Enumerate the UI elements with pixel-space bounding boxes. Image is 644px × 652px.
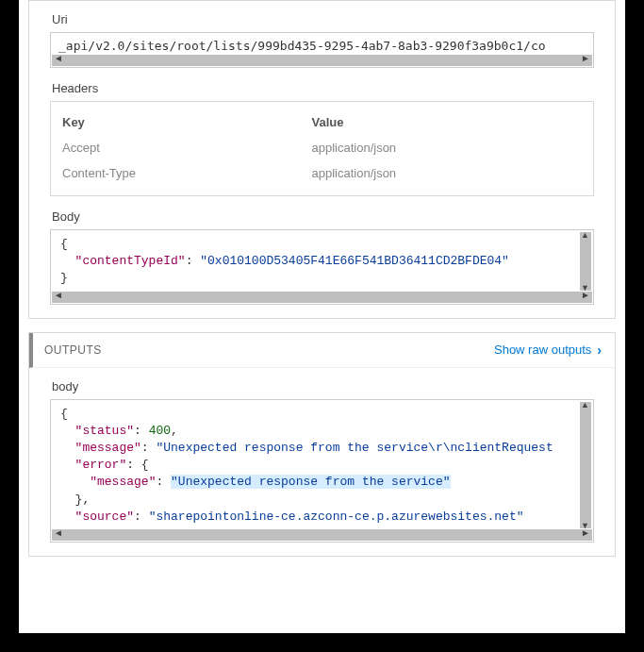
request-body-box[interactable]: { "contentTypeId": "0x010100D53405F41E66… (50, 229, 594, 305)
outputs-card: OUTPUTS Show raw outputs › body { "statu… (28, 332, 616, 557)
header-key: Content-Type (62, 166, 311, 180)
headers-label: Headers (52, 81, 615, 95)
outputs-header: OUTPUTS Show raw outputs › (29, 333, 615, 368)
body-label: Body (52, 209, 615, 224)
header-row: Content-Type application/json (62, 160, 582, 186)
chevron-right-icon: › (597, 343, 602, 358)
header-value: application/json (311, 166, 582, 180)
show-raw-outputs-link[interactable]: Show raw outputs › (494, 343, 602, 358)
response-vertical-scrollbar[interactable] (580, 402, 591, 528)
output-body-label: body (52, 379, 615, 393)
header-value: application/json (311, 141, 582, 155)
headers-key-heading: Key (62, 115, 311, 129)
uri-horizontal-scrollbar[interactable] (52, 55, 592, 66)
outputs-title: OUTPUTS (44, 343, 102, 357)
body-vertical-scrollbar[interactable] (580, 232, 591, 291)
response-horizontal-scrollbar[interactable] (52, 529, 592, 541)
header-row: Accept application/json (62, 135, 582, 160)
body-horizontal-scrollbar[interactable] (52, 292, 592, 303)
show-raw-label: Show raw outputs (494, 343, 591, 357)
headers-value-heading: Value (311, 115, 582, 129)
request-body-code: { "contentTypeId": "0x010100D53405F41E66… (51, 230, 593, 292)
uri-label: Uri (52, 12, 615, 26)
uri-value: _api/v2.0/sites/root/lists/999bd435-9295… (51, 33, 593, 55)
response-body-code: { "status": 400, "message": "Unexpected … (51, 400, 593, 529)
inputs-card: Uri _api/v2.0/sites/root/lists/999bd435-… (28, 0, 616, 319)
header-key: Accept (62, 141, 311, 155)
uri-field[interactable]: _api/v2.0/sites/root/lists/999bd435-9295… (50, 32, 594, 68)
response-body-box[interactable]: { "status": 400, "message": "Unexpected … (50, 399, 594, 543)
headers-heading-row: Key Value (62, 109, 582, 135)
headers-table: Key Value Accept application/json Conten… (50, 101, 594, 196)
run-details-panel: Uri _api/v2.0/sites/root/lists/999bd435-… (19, 0, 625, 633)
